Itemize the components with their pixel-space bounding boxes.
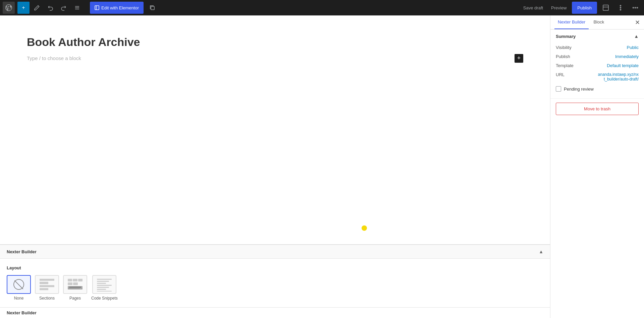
pages-box-2 <box>73 279 77 281</box>
code-line-1 <box>97 279 112 280</box>
layout-option-pages[interactable]: Pages <box>63 275 87 301</box>
layout-options: None Sections <box>7 275 543 301</box>
svg-point-13 <box>637 7 638 8</box>
edit-with-elementor-btn[interactable]: Edit with Elementor <box>90 2 144 14</box>
editor-area: Book Author Archive Type / to choose a b… <box>0 15 550 318</box>
undo-btn[interactable] <box>44 2 56 14</box>
post-title[interactable]: Book Author Archive <box>27 36 523 49</box>
code-line-5 <box>97 287 109 288</box>
pages-box-5 <box>73 282 78 285</box>
sections-bar-1 <box>40 279 54 281</box>
code-line-3 <box>97 283 106 284</box>
layout-option-pages-box <box>63 275 87 294</box>
sections-bar-4 <box>40 288 48 290</box>
block-list-btn[interactable] <box>71 2 83 14</box>
svg-point-12 <box>635 7 636 8</box>
pending-review-checkbox[interactable] <box>556 86 561 92</box>
svg-point-9 <box>620 5 621 6</box>
pages-box-1 <box>68 279 72 281</box>
wordpress-logo <box>3 2 15 14</box>
tools-btn[interactable] <box>614 2 627 14</box>
svg-rect-3 <box>95 6 99 10</box>
layout-option-code-snippets-label: Code Snippets <box>91 296 118 301</box>
chevron-up-icon: ▲ <box>539 249 543 254</box>
code-line-7 <box>97 291 112 292</box>
visibility-label: Visibility <box>556 45 572 50</box>
visibility-value[interactable]: Public <box>627 45 639 50</box>
layout-option-code-snippets[interactable]: Code Snippets <box>91 275 118 301</box>
code-line-2 <box>97 281 109 282</box>
add-block-inline-btn[interactable]: + <box>515 54 523 63</box>
layout-option-none-label: None <box>14 296 24 301</box>
publish-value[interactable]: Immediately <box>615 54 639 59</box>
bottom-panel: Nexter Builder ▲ Layout None <box>0 245 550 307</box>
top-toolbar: + Edit with Elementor Save draft Preview… <box>0 0 644 15</box>
url-row: URL ananda.instawp.xyz/nx t_builder/auto… <box>556 70 639 84</box>
publish-row: Publish Immediately <box>556 52 639 61</box>
url-value[interactable]: ananda.instawp.xyz/nx t_builder/auto-dra… <box>592 72 639 82</box>
layout-view-btn[interactable] <box>600 2 612 14</box>
layout-option-pages-label: Pages <box>69 296 81 301</box>
placeholder-text: Type / to choose a block <box>27 55 81 61</box>
tab-nexter-builder[interactable]: Nexter Builder <box>554 15 589 29</box>
sidebar-section-title: Summary <box>556 34 576 39</box>
pages-row-1 <box>68 279 83 281</box>
main-layout: Book Author Archive Type / to choose a b… <box>0 15 644 318</box>
bottom-panel-title: Nexter Builder <box>7 249 37 254</box>
sections-preview <box>38 277 56 292</box>
publish-btn[interactable]: Publish <box>572 2 597 14</box>
more-options-btn[interactable] <box>629 2 641 14</box>
pages-row-3 <box>68 286 83 289</box>
layout-option-none[interactable]: None <box>7 275 31 301</box>
svg-rect-5 <box>151 6 154 10</box>
pages-box-3 <box>78 279 83 281</box>
visibility-row: Visibility Public <box>556 43 639 52</box>
add-block-toolbar-btn[interactable]: + <box>17 2 30 14</box>
layout-option-sections[interactable]: Sections <box>35 275 59 301</box>
code-line-6 <box>97 289 106 290</box>
pages-box-4 <box>68 282 72 285</box>
edit-tool-btn[interactable] <box>31 2 43 14</box>
none-icon <box>13 279 24 290</box>
sections-bar-3 <box>40 285 54 287</box>
layout-option-sections-box <box>35 275 59 294</box>
svg-point-10 <box>620 9 621 10</box>
layout-label: Layout <box>7 265 543 270</box>
publish-label: Publish <box>556 54 570 59</box>
svg-rect-6 <box>603 5 608 10</box>
pages-row-2 <box>68 282 83 285</box>
save-draft-btn[interactable]: Save draft <box>521 3 546 12</box>
template-label: Template <box>556 63 574 68</box>
sidebar-summary-section: Summary ▲ Visibility Public Publish Imme… <box>550 30 644 99</box>
tab-block[interactable]: Block <box>590 15 607 29</box>
template-row: Template Default template <box>556 61 639 70</box>
preview-btn[interactable]: Preview <box>548 3 569 12</box>
sidebar-section-collapse-btn[interactable]: ▲ <box>634 34 639 39</box>
layout-option-none-box <box>7 275 31 294</box>
layout-option-sections-label: Sections <box>39 296 55 301</box>
url-label: URL <box>556 72 565 77</box>
sections-bar-2 <box>40 282 48 284</box>
bottom-panel-body: Layout None <box>0 259 550 307</box>
editor-content: Book Author Archive Type / to choose a b… <box>0 15 550 244</box>
sidebar-section-header: Summary ▲ <box>556 34 639 39</box>
sidebar-tabs: Nexter Builder Block ✕ <box>550 15 644 30</box>
elementor-btn-label: Edit with Elementor <box>101 5 139 10</box>
block-placeholder: Type / to choose a block + <box>27 54 523 62</box>
svg-point-8 <box>620 7 621 8</box>
right-sidebar: Nexter Builder Block ✕ Summary ▲ Visibil… <box>550 15 644 318</box>
layout-option-code-snippets-box <box>92 275 116 294</box>
code-line-4 <box>97 285 112 286</box>
move-to-trash-btn[interactable]: Move to trash <box>556 103 639 115</box>
bottom-bar-label: Nexter Builder <box>7 310 37 315</box>
redo-btn[interactable] <box>58 2 70 14</box>
template-value[interactable]: Default template <box>607 63 639 68</box>
bottom-bar: Nexter Builder <box>0 307 550 318</box>
code-preview <box>96 277 113 292</box>
pages-preview <box>66 277 84 292</box>
svg-point-11 <box>633 7 634 8</box>
sidebar-close-btn[interactable]: ✕ <box>635 19 640 26</box>
bottom-panel-header[interactable]: Nexter Builder ▲ <box>0 245 550 259</box>
copy-btn[interactable] <box>146 2 158 14</box>
pending-review-row: Pending review <box>556 84 639 94</box>
